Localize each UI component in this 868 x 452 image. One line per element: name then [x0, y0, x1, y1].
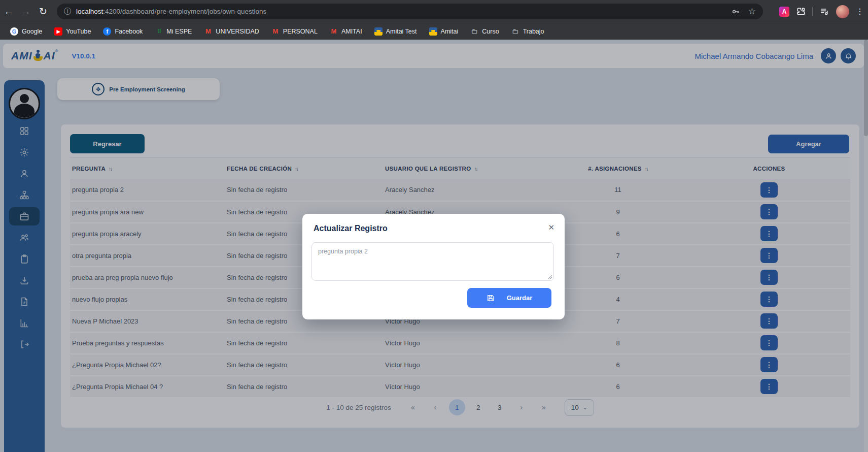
bookmark-amitai-test[interactable]: ▦Amitai Test — [369, 25, 422, 38]
bookmark-curso[interactable]: 🗀Curso — [465, 25, 504, 38]
amitai-favicon: ▦ — [429, 27, 437, 36]
save-button[interactable]: Guardar — [467, 288, 551, 308]
page-viewport: AMI AI ® V10.0.1 Michael Armando Cobacan… — [0, 40, 868, 452]
browser-toolbar: ← → ↻ ⓘ localhost:4200/dashboard/pre-emp… — [0, 0, 868, 23]
espe-favicon: ⠿ — [155, 27, 163, 36]
extensions-puzzle-icon[interactable] — [796, 7, 806, 16]
bookmark-amitai-mail[interactable]: MAMITAI — [325, 25, 367, 38]
update-record-modal: Actualizar Registro ✕ pregunta propia 2 … — [302, 214, 565, 319]
save-floppy-icon — [487, 294, 495, 302]
google-favicon: G — [10, 27, 18, 36]
folder-icon: 🗀 — [511, 27, 519, 36]
bookmark-star-icon[interactable]: ☆ — [748, 6, 756, 17]
password-manager-icon[interactable] — [731, 7, 740, 16]
media-playlist-icon[interactable] — [819, 7, 829, 17]
bookmark-personal[interactable]: MPERSONAL — [266, 25, 323, 38]
browser-profile-avatar[interactable] — [836, 5, 849, 18]
bookmark-youtube[interactable]: ▶YouTube — [49, 25, 96, 38]
bookmark-universidad[interactable]: MUNIVERSIDAD — [199, 25, 264, 38]
gmail-favicon: M — [204, 27, 212, 36]
angular-devtools-extension-icon[interactable]: A — [779, 7, 789, 17]
bookmarks-bar: GGoogle ▶YouTube fFacebook ⠿Mi ESPE MUNI… — [0, 23, 868, 40]
youtube-favicon: ▶ — [54, 27, 62, 36]
gmail-favicon: M — [271, 27, 280, 36]
question-textarea[interactable]: pregunta propia 2 — [311, 242, 554, 281]
browser-forward-icon[interactable]: → — [17, 6, 34, 17]
toolbar-divider — [812, 7, 813, 16]
bookmark-google[interactable]: GGoogle — [5, 25, 47, 38]
site-info-icon[interactable]: ⓘ — [64, 7, 71, 16]
bookmark-mi-espe[interactable]: ⠿Mi ESPE — [150, 25, 197, 38]
address-bar[interactable]: ⓘ localhost:4200/dashboard/pre-employmen… — [57, 4, 763, 19]
bookmark-amitai[interactable]: ▦Amitai — [424, 25, 464, 38]
modal-title: Actualizar Registro — [314, 224, 388, 233]
browser-back-icon[interactable]: ← — [0, 6, 17, 17]
browser-reload-icon[interactable]: ↻ — [34, 6, 52, 17]
close-icon[interactable]: ✕ — [548, 223, 554, 232]
browser-menu-icon[interactable]: ⋮ — [856, 7, 864, 16]
gmail-favicon: M — [330, 27, 338, 36]
bookmark-facebook[interactable]: fFacebook — [98, 25, 148, 38]
url-text: localhost:4200/dashboard/pre-employment/… — [76, 8, 266, 15]
bookmark-trabajo[interactable]: 🗀Trabajo — [506, 25, 549, 38]
amitai-favicon: ▦ — [374, 27, 383, 36]
facebook-favicon: f — [103, 27, 111, 36]
folder-icon: 🗀 — [470, 27, 478, 36]
